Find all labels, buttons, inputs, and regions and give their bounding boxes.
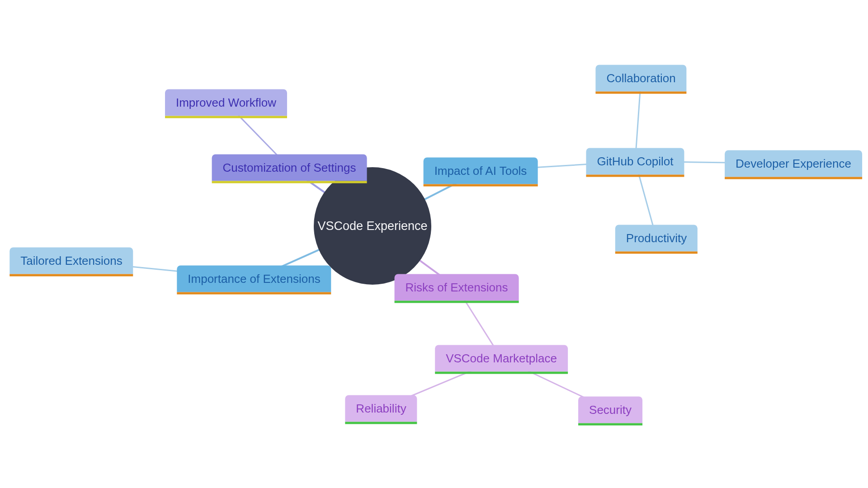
center-label: VSCode Experience <box>317 219 427 233</box>
node-tailored-extensions[interactable]: Tailored Extensions <box>9 248 133 274</box>
node-underline <box>177 292 331 295</box>
node-label: GitHub Copilot <box>597 155 673 168</box>
node-reliability[interactable]: Reliability <box>345 395 417 422</box>
node-underline <box>212 181 367 183</box>
node-underline <box>435 372 568 374</box>
node-label: Collaboration <box>606 71 675 85</box>
node-label: Improved Workflow <box>176 96 276 109</box>
node-underline <box>395 301 519 303</box>
node-underline <box>615 252 698 254</box>
node-importance-extensions[interactable]: Importance of Extensions <box>177 266 331 292</box>
node-collaboration[interactable]: Collaboration <box>595 65 686 92</box>
node-label: Impact of AI Tools <box>434 164 527 178</box>
node-label: Reliability <box>356 402 406 415</box>
node-label: Developer Experience <box>736 157 851 170</box>
node-label: Importance of Extensions <box>188 272 320 286</box>
node-underline <box>595 92 686 94</box>
node-label: Risks of Extensions <box>406 281 508 294</box>
node-github-copilot[interactable]: GitHub Copilot <box>586 148 684 175</box>
node-label: Productivity <box>626 231 687 245</box>
node-underline <box>586 175 684 177</box>
node-underline <box>345 422 417 424</box>
node-vscode-marketplace[interactable]: VSCode Marketplace <box>435 345 568 372</box>
node-label: Security <box>589 403 632 417</box>
node-productivity[interactable]: Productivity <box>615 225 698 252</box>
node-customization[interactable]: Customization of Settings <box>212 155 367 181</box>
node-underline <box>9 274 133 277</box>
node-risks-extensions[interactable]: Risks of Extensions <box>395 274 519 301</box>
node-label: Tailored Extensions <box>20 254 122 267</box>
node-underline <box>725 177 862 179</box>
node-label: VSCode Marketplace <box>446 352 557 365</box>
node-label: Customization of Settings <box>223 161 356 174</box>
node-improved-workflow[interactable]: Improved Workflow <box>165 89 287 116</box>
node-impact-ai-tools[interactable]: Impact of AI Tools <box>424 158 538 184</box>
node-underline <box>424 184 538 187</box>
edge-layer <box>0 0 868 488</box>
center-node[interactable]: VSCode Experience <box>314 167 431 285</box>
node-developer-experience[interactable]: Developer Experience <box>725 150 862 177</box>
node-underline <box>165 116 287 118</box>
node-underline <box>578 423 642 426</box>
node-security[interactable]: Security <box>578 397 642 423</box>
mindmap-canvas: VSCode Experience Customization of Setti… <box>0 0 868 488</box>
